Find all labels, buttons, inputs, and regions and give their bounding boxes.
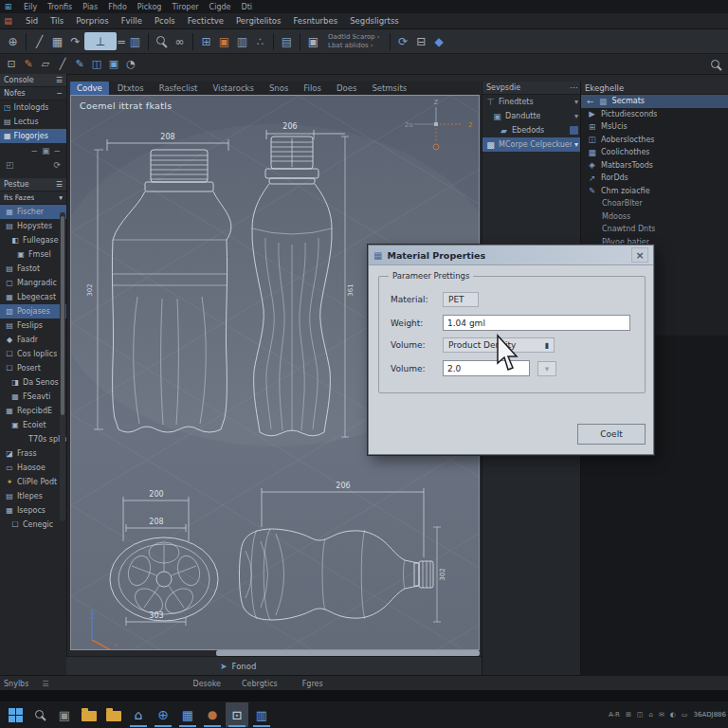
orbit-icon[interactable]: ◔ <box>122 56 139 73</box>
tree-item[interactable]: ▤Itlepes <box>0 489 66 503</box>
library-item[interactable]: Cnawtnd Dnts <box>581 223 728 236</box>
library-item[interactable]: ChoarBlter <box>581 197 728 210</box>
half-box-icon[interactable]: ◰ <box>6 160 14 170</box>
tree-item[interactable]: ◪Frass <box>0 446 66 461</box>
library-item[interactable]: Mdooss <box>581 210 728 224</box>
ok-button[interactable]: Coelt <box>577 424 646 445</box>
tree-scrollbar[interactable] <box>60 212 65 521</box>
notes-panel-header[interactable]: Nofes − <box>0 87 66 100</box>
tree-scrollbar-thumb[interactable] <box>61 216 64 415</box>
copy-icon[interactable]: ⊞ <box>197 32 215 50</box>
menu2-item-3[interactable]: Fville <box>121 16 142 26</box>
taskbar-app-active-cad[interactable]: ⊡ <box>226 702 248 727</box>
dialog-close-button[interactable]: × <box>631 247 648 263</box>
search-tool-icon[interactable] <box>153 32 171 50</box>
taskbar-app-browser[interactable]: ⊕ <box>152 702 174 727</box>
chevron-down-icon[interactable]: ▾ <box>574 98 578 106</box>
outline-item[interactable]: ▣ Dandutte ▾ <box>482 109 581 123</box>
chevron-down-icon[interactable]: ▾ <box>574 112 578 120</box>
taskbar-app-home[interactable]: ⌂ <box>127 702 150 727</box>
frame-select-icon[interactable]: ⊡ <box>3 56 20 73</box>
tray-window-icon[interactable]: ⊞ <box>626 711 631 719</box>
library-item[interactable]: ✎Chm zoiacfie <box>581 185 728 198</box>
menu2-item-1[interactable]: Tils <box>50 16 64 26</box>
tree-item[interactable]: ◆Faadr <box>0 333 66 347</box>
menu-edit[interactable]: Tronfis <box>47 3 72 11</box>
library-item[interactable]: ▦Coolichothes <box>581 146 728 159</box>
taskbar-app-orange[interactable]: ● <box>201 702 224 727</box>
tree-item[interactable]: ▣Fmsel <box>0 247 66 262</box>
quick-item[interactable]: ◳ Intologds <box>0 100 66 115</box>
structure-panel-header[interactable]: Pestue ☰ <box>0 178 66 191</box>
checkbox-icon[interactable]: ☐ <box>5 350 14 358</box>
tree-item[interactable]: ▤Fastot <box>0 262 66 276</box>
menu-insert[interactable]: Fhdo <box>108 3 127 11</box>
tree-item[interactable]: ✦CliPle Podt <box>0 475 66 489</box>
scope-combo[interactable]: Oadtld Scarop › Lbat ablidos › <box>328 31 380 52</box>
quick-item-selected[interactable]: ▦ Flogorjes <box>0 129 66 143</box>
brush-icon[interactable]: ✎ <box>71 56 88 73</box>
tree-header[interactable]: fts Fazes ▾ <box>0 191 66 205</box>
checkbox-icon[interactable]: ☐ <box>5 364 14 373</box>
menu2-item-6[interactable]: Pergitelitos <box>236 16 281 26</box>
copy-lock-icon[interactable]: ⊟ <box>412 32 430 50</box>
tray-display-icon[interactable]: ▭ <box>682 711 688 719</box>
tray-mail-icon[interactable]: ✉ <box>659 711 664 719</box>
minus-icon[interactable]: − <box>53 146 61 155</box>
chevron-down-icon[interactable]: ▾ <box>59 193 63 202</box>
tree-item[interactable]: ▦RepcibdE <box>0 404 66 418</box>
quick-item[interactable]: ▤ Lectus <box>0 115 66 129</box>
box-icon[interactable]: ▣ <box>42 146 50 155</box>
chevron-down-icon[interactable]: ▾ <box>574 140 578 149</box>
tab-3[interactable]: Vistarocks <box>206 82 261 95</box>
press-pull-tool-icon[interactable]: ⊥ <box>84 32 117 50</box>
tree-item[interactable]: ◨Da Senos <box>0 375 66 390</box>
refresh-icon[interactable]: ⟳ <box>53 160 61 170</box>
tree-item[interactable]: ▦FSeavti <box>0 390 66 404</box>
menu2-item-7[interactable]: Fesnturbes <box>293 16 337 26</box>
shield-doc-icon[interactable]: ◆ <box>430 32 448 50</box>
tree-item[interactable]: ▢Mangradic <box>0 276 66 290</box>
tree-item[interactable]: ☐Posert <box>0 361 66 375</box>
menu2-item-2[interactable]: Porprios <box>76 16 108 26</box>
menu2-item-0[interactable]: Sid <box>26 16 38 26</box>
menu2-item-8[interactable]: Segdsligrtss <box>350 16 399 26</box>
library-item[interactable]: ▶Pictudiesconds <box>581 108 728 121</box>
tab-5[interactable]: Filos <box>297 82 328 95</box>
taskbar-app-panel[interactable]: ▥ <box>250 702 273 727</box>
stack-icon[interactable]: ▣ <box>304 32 322 50</box>
checkbox-icon[interactable]: ☐ <box>10 520 20 529</box>
menu-icon[interactable]: ☰ <box>56 76 63 84</box>
tray-home-icon[interactable]: ⌂ <box>648 711 652 719</box>
console-panel-header[interactable]: Console ☰ <box>0 74 66 87</box>
image-icon[interactable]: ▣ <box>105 56 122 73</box>
menu-icon[interactable]: ☰ <box>42 680 48 688</box>
menu-file[interactable]: Eily <box>24 3 37 11</box>
status-tab-console[interactable]: Desoke <box>193 680 221 688</box>
frame-orange-icon[interactable]: ▣ <box>215 32 233 50</box>
tree-item[interactable]: ☐Cenegic <box>0 518 66 532</box>
link-tool-icon[interactable]: ∞ <box>171 32 189 50</box>
zoom-search-icon[interactable] <box>707 56 724 73</box>
tree-item[interactable]: ▦Fischer <box>0 205 66 219</box>
layers-icon[interactable]: ▤ <box>278 32 296 50</box>
sync-icon[interactable]: ⟳ <box>394 32 412 50</box>
outline-item[interactable]: ⊤ Finedtets ▾ <box>482 95 581 109</box>
tray-language-indicator[interactable]: A-R <box>609 711 620 719</box>
panel-grid-icon[interactable]: ▥ <box>126 32 144 50</box>
task-view-button[interactable]: ▣ <box>53 702 76 727</box>
tree-item[interactable]: ▤Hopystes <box>0 219 66 233</box>
menu-tools[interactable]: Tiroper <box>172 3 198 11</box>
taskbar-folder-1[interactable] <box>78 702 100 727</box>
menu-window[interactable]: Cigde <box>209 3 231 11</box>
status-tab-types[interactable]: Fgres <box>302 680 323 688</box>
tray-network-icon[interactable]: ◐ <box>670 711 676 719</box>
pan-tool-icon[interactable]: ⊕ <box>4 32 22 50</box>
folder-small-icon[interactable]: ▱ <box>37 56 54 73</box>
dots-menu-icon[interactable]: ⋯ <box>570 83 577 92</box>
library-item[interactable]: ◈MatbarsToods <box>581 159 728 173</box>
menu2-item-5[interactable]: Fectictve <box>188 16 224 26</box>
points-icon[interactable]: ∴ <box>251 32 269 50</box>
outline-item[interactable]: ▰ Ebedods <box>482 123 581 137</box>
weight-input[interactable] <box>443 315 630 331</box>
